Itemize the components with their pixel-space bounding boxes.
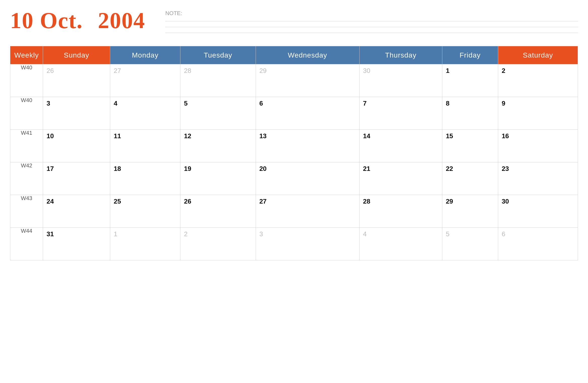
day-number: 6 xyxy=(502,230,505,238)
col-friday-header: Friday xyxy=(442,46,498,64)
day-number: 6 xyxy=(259,100,263,107)
day-cell: 27 xyxy=(256,195,359,228)
day-number: 10 xyxy=(47,132,54,140)
col-monday-header: Monday xyxy=(110,46,180,64)
week-label: W43 xyxy=(10,195,43,228)
day-cell: 29 xyxy=(256,64,359,97)
day-number: 11 xyxy=(114,132,121,140)
day-cell: 25 xyxy=(110,195,180,228)
calendar-row: W4324252627282930 xyxy=(10,195,578,228)
note-section: NOTE: xyxy=(145,8,578,38)
col-wednesday-header: Wednesday xyxy=(256,46,359,64)
note-line-2 xyxy=(165,27,578,27)
day-cell: 5 xyxy=(180,97,256,130)
year-label: 2004 xyxy=(98,8,145,33)
day-cell: 5 xyxy=(442,228,498,260)
week-label: W44 xyxy=(10,228,43,260)
note-line-1 xyxy=(165,21,578,21)
day-number: 27 xyxy=(114,67,121,74)
day-number: 4 xyxy=(114,100,117,107)
day-number: 22 xyxy=(446,165,453,172)
day-cell: 30 xyxy=(498,195,578,228)
day-number: 20 xyxy=(259,165,267,172)
calendar-row: W40262728293012 xyxy=(10,64,578,97)
day-cell: 22 xyxy=(442,162,498,195)
day-cell: 28 xyxy=(180,64,256,97)
week-label: W41 xyxy=(10,130,43,162)
calendar-row: W403456789 xyxy=(10,97,578,130)
day-cell: 4 xyxy=(359,228,442,260)
day-number: 18 xyxy=(114,165,121,172)
day-number: 30 xyxy=(502,198,509,205)
day-cell: 3 xyxy=(256,228,359,260)
day-number: 24 xyxy=(47,198,54,205)
day-number: 8 xyxy=(446,100,449,107)
day-cell: 14 xyxy=(359,130,442,162)
day-number: 4 xyxy=(363,230,367,238)
day-cell: 17 xyxy=(43,162,110,195)
calendar-row: W4431123456 xyxy=(10,228,578,260)
day-cell: 29 xyxy=(442,195,498,228)
day-number: 30 xyxy=(363,67,370,74)
day-number: 28 xyxy=(363,198,370,205)
day-number: 3 xyxy=(47,100,50,107)
day-number: 25 xyxy=(114,198,121,205)
col-weekly-header: Weekly xyxy=(10,46,43,64)
day-cell: 23 xyxy=(498,162,578,195)
day-cell: 7 xyxy=(359,97,442,130)
day-number: 26 xyxy=(184,198,191,205)
col-sunday-header: Sunday xyxy=(43,46,110,64)
col-tuesday-header: Tuesday xyxy=(180,46,256,64)
day-cell: 21 xyxy=(359,162,442,195)
day-cell: 28 xyxy=(359,195,442,228)
day-cell: 2 xyxy=(498,64,578,97)
day-cell: 16 xyxy=(498,130,578,162)
day-cell: 3 xyxy=(43,97,110,130)
day-number: 31 xyxy=(47,230,54,238)
day-number: 14 xyxy=(363,132,370,140)
calendar-row: W4217181920212223 xyxy=(10,162,578,195)
day-number: 5 xyxy=(446,230,449,238)
day-number: 3 xyxy=(259,230,263,238)
day-cell: 2 xyxy=(180,228,256,260)
day-cell: 12 xyxy=(180,130,256,162)
day-cell: 6 xyxy=(256,97,359,130)
week-label: W40 xyxy=(10,97,43,130)
col-saturday-header: Saturday xyxy=(498,46,578,64)
day-cell: 1 xyxy=(110,228,180,260)
day-number: 9 xyxy=(502,100,505,107)
day-number: 2 xyxy=(502,67,505,74)
day-cell: 30 xyxy=(359,64,442,97)
day-number: 16 xyxy=(502,132,509,140)
day-number: 26 xyxy=(47,67,54,74)
calendar-table: Weekly Sunday Monday Tuesday Wednesday T… xyxy=(10,46,578,260)
note-line-3 xyxy=(165,33,578,33)
day-number: 13 xyxy=(259,132,267,140)
day-number: 29 xyxy=(259,67,267,74)
day-cell: 24 xyxy=(43,195,110,228)
day-number: 23 xyxy=(502,165,509,172)
day-cell: 6 xyxy=(498,228,578,260)
day-cell: 20 xyxy=(256,162,359,195)
day-cell: 10 xyxy=(43,130,110,162)
day-number: 21 xyxy=(363,165,370,172)
day-cell: 4 xyxy=(110,97,180,130)
week-label: W40 xyxy=(10,64,43,97)
calendar-row: W4110111213141516 xyxy=(10,130,578,162)
day-cell: 31 xyxy=(43,228,110,260)
page-header: 10 Oct. 2004 NOTE: xyxy=(10,8,578,38)
day-cell: 26 xyxy=(43,64,110,97)
day-cell: 11 xyxy=(110,130,180,162)
day-cell: 27 xyxy=(110,64,180,97)
col-thursday-header: Thursday xyxy=(359,46,442,64)
week-label: W42 xyxy=(10,162,43,195)
day-cell: 1 xyxy=(442,64,498,97)
day-cell: 15 xyxy=(442,130,498,162)
day-number: 2 xyxy=(184,230,187,238)
calendar-header-row: Weekly Sunday Monday Tuesday Wednesday T… xyxy=(10,46,578,64)
day-cell: 26 xyxy=(180,195,256,228)
day-cell: 8 xyxy=(442,97,498,130)
day-cell: 9 xyxy=(498,97,578,130)
date-display: 10 Oct. 2004 xyxy=(10,8,145,33)
day-number: 15 xyxy=(446,132,453,140)
